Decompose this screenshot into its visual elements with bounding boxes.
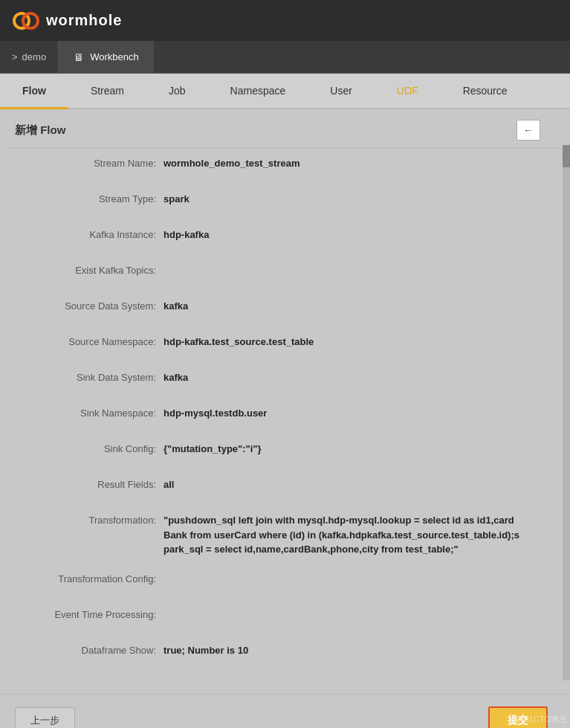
- wormhole-logo-icon: [12, 7, 40, 35]
- form-row-transformation-config: Transformation Config:: [15, 572, 525, 593]
- form-row-exist-kafka-topics: Exist Kafka Topics:: [15, 263, 525, 284]
- value-stream-type: spark: [163, 192, 525, 207]
- value-source-data-system: kafka: [163, 299, 525, 314]
- label-stream-type: Stream Type:: [15, 192, 163, 204]
- form-row-dataframe-show: Dataframe Show: true; Number is 10: [15, 643, 525, 664]
- label-source-namespace: Source Namespace:: [15, 335, 163, 347]
- value-stream-name: wormhole_demo_test_stream: [163, 156, 525, 171]
- value-sink-config: {"mutation_type":"i"}: [163, 442, 525, 457]
- value-source-namespace: hdp-kafka.test_source.test_table: [163, 335, 525, 349]
- tab-stream[interactable]: Stream: [68, 74, 146, 109]
- form-row-source-data-system: Source Data System: kafka: [15, 299, 525, 320]
- tab-namespace[interactable]: Namespace: [208, 74, 308, 109]
- back-button[interactable]: ←: [516, 120, 540, 141]
- form-row-sink-config: Sink Config: {"mutation_type":"i"}: [15, 442, 525, 463]
- nav-breadcrumb[interactable]: > demo: [0, 41, 59, 73]
- tab-resource[interactable]: Resource: [441, 74, 530, 109]
- label-stream-name: Stream Name:: [15, 156, 163, 169]
- label-sink-config: Sink Config:: [15, 442, 163, 454]
- value-sink-namespace: hdp-mysql.testdb.user: [163, 406, 525, 421]
- workbench-label: Workbench: [90, 51, 139, 62]
- form-body: Stream Name: wormhole_demo_test_stream S…: [0, 149, 570, 694]
- label-transformation-config: Transformation Config:: [15, 572, 163, 584]
- form-row-sink-namespace: Sink Namespace: hdp-mysql.testdb.user: [15, 406, 525, 427]
- tab-user[interactable]: User: [308, 74, 375, 109]
- value-result-fields: all: [163, 477, 525, 492]
- value-sink-data-system: kafka: [163, 370, 525, 385]
- value-kafka-instance: hdp-kafka: [163, 228, 525, 242]
- monitor-icon: 🖥: [74, 51, 84, 63]
- form-row-event-time: Event Time Processing:: [15, 608, 525, 628]
- label-sink-data-system: Sink Data System:: [15, 370, 163, 383]
- scrollbar-track[interactable]: [563, 145, 570, 680]
- tab-navigation: Flow Stream Job Namespace User UDF Resou…: [0, 74, 570, 109]
- prev-button[interactable]: 上一步: [15, 707, 75, 729]
- value-dataframe-show: true; Number is 10: [163, 643, 525, 658]
- breadcrumb-demo: demo: [22, 51, 47, 62]
- form-footer: 上一步 提交: [0, 694, 570, 729]
- form-row-kafka-instance: Kafka Instance: hdp-kafka: [15, 228, 525, 248]
- label-result-fields: Result Fields:: [15, 477, 163, 490]
- top-header: wormhole: [0, 0, 570, 41]
- content-header: 新增 Flow ←: [0, 109, 570, 148]
- page-title: 新增 Flow: [15, 123, 65, 138]
- main-content: 新增 Flow ← Stream Name: wormhole_demo_tes…: [0, 109, 570, 728]
- form-row-result-fields: Result Fields: all: [15, 477, 525, 498]
- form-row-transformation: Transformation: "pushdown_sql left join …: [15, 513, 525, 557]
- breadcrumb-arrow: >: [12, 51, 18, 62]
- logo-text: wormhole: [46, 12, 122, 29]
- label-dataframe-show: Dataframe Show:: [15, 643, 163, 656]
- label-event-time: Event Time Processing:: [15, 608, 163, 620]
- logo-area: wormhole: [12, 7, 122, 35]
- tab-flow[interactable]: Flow: [0, 74, 68, 109]
- form-row-sink-data-system: Sink Data System: kafka: [15, 370, 525, 391]
- watermark: @51CTO博主: [516, 714, 567, 725]
- scrollbar-thumb[interactable]: [563, 145, 570, 167]
- form-row-stream-type: Stream Type: spark: [15, 192, 525, 213]
- value-transformation: "pushdown_sql left join with mysql.hdp-m…: [163, 513, 525, 557]
- label-sink-namespace: Sink Namespace:: [15, 406, 163, 419]
- label-transformation: Transformation:: [15, 513, 163, 526]
- label-source-data-system: Source Data System:: [15, 299, 163, 312]
- label-exist-kafka-topics: Exist Kafka Topics:: [15, 263, 163, 276]
- tab-udf[interactable]: UDF: [375, 74, 441, 109]
- label-kafka-instance: Kafka Instance:: [15, 228, 163, 240]
- form-row-source-namespace: Source Namespace: hdp-kafka.test_source.…: [15, 335, 525, 355]
- nav-workbench-tab[interactable]: 🖥 Workbench: [59, 41, 154, 73]
- nav-bar: > demo 🖥 Workbench: [0, 41, 570, 74]
- tab-job[interactable]: Job: [146, 74, 208, 109]
- form-row-stream-name: Stream Name: wormhole_demo_test_stream: [15, 156, 525, 177]
